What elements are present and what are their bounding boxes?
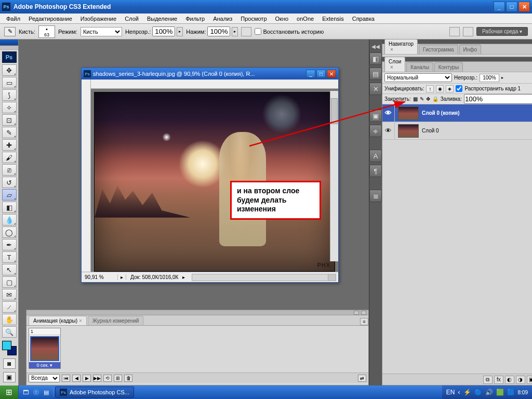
lasso-tool[interactable]: ⟆ <box>2 89 17 101</box>
color-swatch[interactable] <box>2 341 17 355</box>
menu-layer[interactable]: Слой <box>121 15 143 23</box>
menu-extensis[interactable]: Extensis <box>318 15 348 23</box>
opacity-input[interactable] <box>152 26 175 36</box>
layer-name[interactable]: Слой 0 <box>422 128 439 134</box>
type-tool[interactable]: T <box>2 251 17 263</box>
ql-ie-icon[interactable]: ⓔ <box>31 388 41 397</box>
gradient-tool[interactable]: ◧ <box>2 202 17 213</box>
layer-row[interactable]: 👁 Слой 0 (копия) <box>382 104 532 122</box>
zoom-readout[interactable]: 90,91 % <box>82 274 118 280</box>
menu-analysis[interactable]: Анализ <box>209 15 236 23</box>
dock-layers-icon[interactable]: ≣ <box>369 190 382 202</box>
ql-tray-icon[interactable]: ▤ <box>42 388 51 397</box>
delete-frame-button[interactable]: 🗑 <box>124 375 132 382</box>
dock-navigator-icon[interactable]: ◧ <box>369 52 382 65</box>
start-button[interactable]: ⊞ <box>0 385 19 399</box>
unify-style-icon[interactable]: ◈ <box>446 85 454 92</box>
visibility-icon[interactable]: 👁 <box>382 122 395 139</box>
panel-menu-icon[interactable]: ≡ <box>360 318 368 325</box>
brush-tool[interactable]: 🖌 <box>2 152 17 163</box>
adjustment-layer-button[interactable]: ◑ <box>516 376 525 384</box>
eyedropper2-tool[interactable]: ⟋ <box>2 301 17 313</box>
dock-paragraph-icon[interactable]: ¶ <box>369 165 382 177</box>
dock-actions-icon[interactable]: ⎆ <box>369 125 382 137</box>
document-titlebar[interactable]: Ps shadows_series_3-harlequin.jpg @ 90,9… <box>82 68 338 79</box>
tab-navigator[interactable]: Навигатор × <box>384 39 418 54</box>
tab-info[interactable]: Инфо <box>459 45 482 54</box>
mode-select[interactable]: Кисть <box>81 27 122 36</box>
eyedropper-tool[interactable]: ✎ <box>2 127 17 138</box>
new-frame-button[interactable]: ⊞ <box>114 375 122 382</box>
visibility-icon[interactable]: 👁 <box>382 104 395 122</box>
doc-scrollbar-horizontal[interactable] <box>192 274 336 281</box>
dock-expand-icon[interactable]: ◀◀ <box>369 43 382 50</box>
lock-pixels-icon[interactable]: ✎ <box>420 96 424 102</box>
tab-histogram[interactable]: Гистограмма <box>419 45 458 54</box>
tween-button[interactable]: ⟲ <box>103 375 112 382</box>
layer-mask-button[interactable]: ◐ <box>505 376 514 384</box>
foreground-color[interactable] <box>2 341 11 350</box>
tray-app-icon[interactable]: 🟩 <box>496 389 504 396</box>
tab-measurement-log[interactable]: Журнал измерений <box>88 316 144 325</box>
doc-maximize-button[interactable]: □ <box>316 70 326 78</box>
screenmode-button[interactable]: ▣ <box>3 372 16 382</box>
blur-tool[interactable]: 💧 <box>2 214 17 225</box>
menu-file[interactable]: Файл <box>2 15 24 23</box>
unify-pos-icon[interactable]: ↕ <box>426 85 434 92</box>
crop-tool[interactable]: ⊡ <box>2 114 17 126</box>
panel-close-button[interactable] <box>361 311 366 315</box>
hand-tool[interactable]: ✋ <box>2 314 17 325</box>
pen-tool[interactable]: ✒ <box>2 239 17 250</box>
panel-collapse-button[interactable] <box>354 311 359 315</box>
menu-onone[interactable]: onOne <box>292 15 318 23</box>
window-maximize-button[interactable]: □ <box>506 2 517 12</box>
dock-tools-icon[interactable]: ✕ <box>369 83 382 95</box>
notes-tool[interactable]: ✉ <box>2 289 17 300</box>
quickmask-button[interactable]: ◙ <box>3 358 16 369</box>
tray-vol-icon[interactable]: 🔊 <box>485 389 493 396</box>
palette-icon[interactable] <box>449 27 460 36</box>
unify-vis-icon[interactable]: ◉ <box>436 85 444 92</box>
flow-input[interactable] <box>207 26 230 36</box>
healing-tool[interactable]: ✚ <box>2 139 17 151</box>
dock-character-icon[interactable]: A <box>369 150 382 162</box>
lock-transp-icon[interactable]: ▦ <box>413 96 418 102</box>
docsize-readout[interactable]: Док: 508,0К/1016,0К <box>126 274 182 280</box>
window-minimize-button[interactable]: _ <box>494 2 505 12</box>
menu-image[interactable]: Изображение <box>76 15 121 23</box>
document-window[interactable]: Ps shadows_series_3-harlequin.jpg @ 90,9… <box>81 68 339 283</box>
zoom-tool[interactable]: 🔍 <box>2 326 17 338</box>
current-tool-icon[interactable]: ✎ <box>4 27 16 36</box>
dock-color-icon[interactable]: ▤ <box>369 68 382 80</box>
opacity-arrow[interactable]: ▸ <box>177 27 183 36</box>
next-frame-button[interactable]: ▶▶ <box>93 375 101 382</box>
menu-edit[interactable]: Редактирование <box>24 15 76 23</box>
stamp-tool[interactable]: ⎚ <box>2 164 17 176</box>
frame-thumbnail[interactable]: 1 0 сек. ▾ <box>29 328 61 369</box>
restore-history-checkbox[interactable] <box>255 28 261 35</box>
convert-timeline-button[interactable]: ⇄ <box>358 375 366 382</box>
menu-filter[interactable]: Фильтр <box>181 15 209 23</box>
menu-view[interactable]: Просмотр <box>236 15 271 23</box>
propagate-checkbox[interactable] <box>456 85 462 92</box>
layer-thumbnail[interactable] <box>398 107 419 120</box>
tray-app2-icon[interactable]: 🟦 <box>507 389 515 396</box>
tray-arrow-icon[interactable]: ‹ <box>458 389 460 396</box>
ps-badge[interactable]: Ps <box>2 51 17 63</box>
tab-channels[interactable]: Каналы <box>406 62 433 72</box>
window-close-button[interactable]: ✕ <box>518 2 530 12</box>
taskbar-task[interactable]: Ps Adobe Photoshop CS... <box>55 387 134 398</box>
tab-paths[interactable]: Контуры <box>434 62 463 72</box>
doc-minimize-button[interactable]: _ <box>306 70 315 78</box>
tray-clock[interactable]: 8:09 <box>518 390 528 395</box>
tab-animation[interactable]: Анимация (кадры) × <box>29 316 87 325</box>
loop-select[interactable]: Всегда <box>29 374 60 382</box>
dock-history-icon[interactable]: ▣ <box>369 110 382 122</box>
move-tool[interactable]: ✥ <box>2 64 17 76</box>
flow-arrow[interactable]: ▸ <box>232 27 238 36</box>
path-tool[interactable]: ↖ <box>2 264 17 275</box>
menu-help[interactable]: Справка <box>348 15 379 23</box>
bridge-icon[interactable] <box>463 27 473 36</box>
first-frame-button[interactable]: ⏮ <box>62 375 70 382</box>
marquee-tool[interactable]: ▭ <box>2 77 17 88</box>
